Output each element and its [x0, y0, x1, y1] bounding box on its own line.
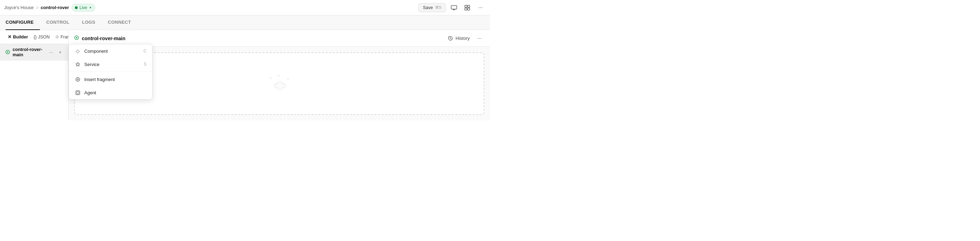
save-shortcut: ⌘S	[435, 5, 441, 10]
tab-control[interactable]: CONTROL	[40, 15, 76, 30]
content-title-area: control-rover-main	[74, 35, 125, 41]
sidebar-item-add-button[interactable]: +	[56, 48, 64, 56]
planet-illustration	[266, 73, 293, 94]
builder-icon: ✕	[8, 34, 11, 40]
breadcrumb-separator: >	[36, 5, 38, 11]
content-title-icon	[74, 35, 79, 41]
live-chevron-icon: ▾	[89, 6, 91, 10]
dropdown-item-service-label: Service	[84, 62, 140, 67]
breadcrumb-home[interactable]: Joyce's House	[4, 5, 33, 10]
svg-point-8	[7, 51, 8, 53]
service-icon	[75, 61, 81, 67]
save-label: Save	[423, 5, 433, 10]
sidebar-item-icon	[5, 49, 11, 55]
dropdown-item-component[interactable]: ◇ Component C	[69, 44, 152, 58]
svg-point-17	[275, 81, 284, 90]
sidebar-item-control-rover-main[interactable]: control-rover-main ··· +	[0, 44, 68, 60]
breadcrumb-current: control-rover	[41, 5, 69, 10]
svg-point-16	[273, 83, 286, 88]
tab-bar: CONFIGURE CONTROL LOGS CONNECT	[0, 15, 490, 30]
svg-rect-5	[465, 8, 467, 10]
top-header: Joyce's House > control-rover Live ▾ Sav…	[0, 0, 490, 15]
svg-rect-12	[76, 92, 79, 94]
tab-configure[interactable]: CONFIGURE	[6, 15, 40, 30]
svg-point-14	[76, 37, 77, 38]
content-actions: History ···	[445, 33, 484, 43]
dropdown-item-service-shortcut: S	[144, 62, 146, 67]
dropdown-item-insert-fragment[interactable]: Insert fragment	[69, 73, 152, 86]
sidebar-toolbar: ✕ Builder {} JSON ⊹ Frame	[0, 30, 68, 44]
svg-point-10	[77, 79, 78, 80]
breadcrumb: Joyce's House > control-rover	[4, 5, 69, 11]
content-title: control-rover-main	[82, 36, 125, 41]
dropdown-divider	[69, 71, 152, 72]
svg-rect-6	[468, 8, 470, 10]
dropdown-item-component-label: Component	[84, 49, 140, 54]
sidebar-item-actions: ··· +	[47, 48, 64, 56]
dropdown-item-insert-fragment-label: Insert fragment	[84, 77, 146, 82]
json-icon: {}	[33, 34, 37, 40]
desktop-icon[interactable]	[449, 2, 459, 13]
header-right: Save ⌘S ···	[418, 2, 486, 13]
content-more-button[interactable]: ···	[475, 33, 484, 43]
dropdown-item-agent[interactable]: Agent	[69, 86, 152, 99]
insert-fragment-icon	[75, 76, 81, 82]
tab-logs[interactable]: LOGS	[76, 15, 102, 30]
dropdown-menu: ◇ Component C Service S	[68, 44, 153, 100]
history-button[interactable]: History	[445, 34, 473, 42]
sidebar-tool-builder[interactable]: ✕ Builder	[5, 33, 31, 41]
svg-rect-4	[468, 5, 470, 7]
agent-icon	[75, 89, 81, 96]
sidebar-item-more-button[interactable]: ···	[47, 48, 55, 56]
live-dot	[75, 6, 78, 9]
dropdown-item-component-shortcut: C	[143, 49, 146, 54]
dropdown-item-service[interactable]: Service S	[69, 58, 152, 71]
dropdown-item-agent-label: Agent	[84, 90, 146, 95]
component-icon: ◇	[75, 48, 81, 54]
svg-rect-0	[451, 6, 457, 9]
svg-rect-11	[76, 91, 80, 95]
sidebar-item-container: control-rover-main ··· + ◇ Component C	[0, 44, 68, 60]
history-label: History	[456, 36, 470, 41]
grid-icon[interactable]	[462, 2, 473, 13]
sidebar: ✕ Builder {} JSON ⊹ Frame co	[0, 30, 68, 121]
header-left: Joyce's House > control-rover Live ▾	[4, 4, 95, 11]
frame-icon: ⊹	[55, 34, 59, 40]
main-area: ✕ Builder {} JSON ⊹ Frame co	[0, 30, 490, 121]
sidebar-item-label: control-rover-main	[13, 47, 45, 57]
sidebar-tool-json[interactable]: {} JSON	[31, 33, 52, 41]
svg-point-9	[76, 78, 80, 81]
live-label: Live	[80, 5, 87, 10]
live-badge[interactable]: Live ▾	[72, 4, 95, 11]
more-options-icon[interactable]: ···	[475, 2, 486, 13]
svg-rect-3	[465, 5, 467, 7]
tab-connect[interactable]: CONNECT	[102, 15, 137, 30]
save-button[interactable]: Save ⌘S	[418, 3, 446, 12]
